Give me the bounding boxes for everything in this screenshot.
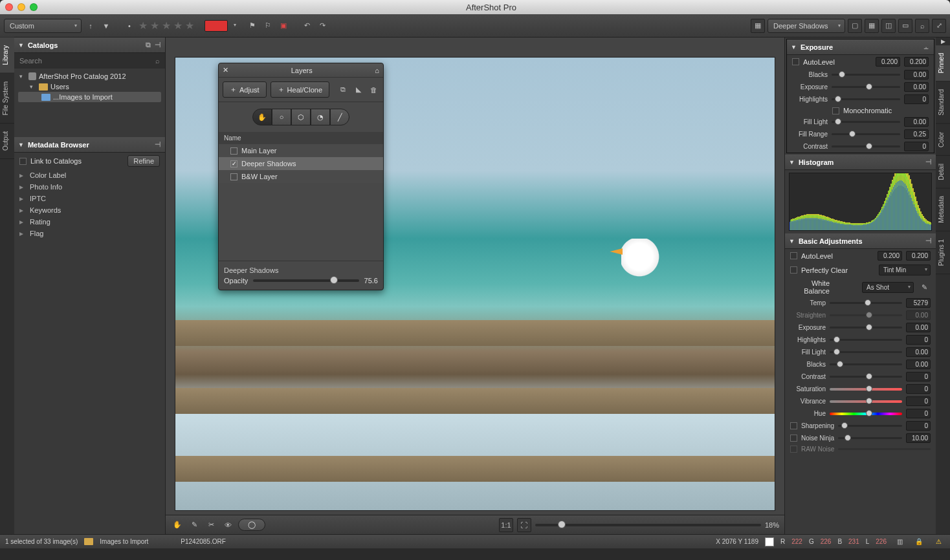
- adjust-button[interactable]: ＋Adjust: [223, 81, 267, 98]
- metadata-header[interactable]: ▼ Metadata Browser ⊣: [14, 137, 165, 153]
- star-1-icon[interactable]: ★: [138, 19, 148, 32]
- lock-icon[interactable]: 🔒: [912, 535, 925, 548]
- histogram-header[interactable]: ▼ Histogram ⊣: [785, 155, 936, 170]
- noise-value[interactable]: 10.00: [906, 433, 931, 443]
- close-window-button[interactable]: [5, 3, 13, 11]
- sharpening-value[interactable]: 0: [906, 421, 931, 431]
- metadata-item[interactable]: ▸Rating: [14, 216, 165, 228]
- slider-value[interactable]: 0.00: [906, 360, 931, 369]
- flag-icon[interactable]: ⚑: [246, 19, 259, 32]
- slider-value[interactable]: 0: [906, 335, 931, 345]
- slider-value[interactable]: 0.00: [906, 347, 931, 357]
- image-view-icon[interactable]: ▭: [898, 19, 912, 33]
- reject-icon[interactable]: ▣: [277, 19, 290, 32]
- up-arrow-icon[interactable]: ↑: [84, 19, 97, 32]
- tab-plugins[interactable]: Plugins 1: [936, 232, 950, 274]
- circle-tool-icon[interactable]: ○: [272, 109, 291, 125]
- pin-icon[interactable]: ⊣: [925, 158, 932, 166]
- slider-value[interactable]: 0.25: [904, 129, 929, 139]
- sharpening-slider[interactable]: [838, 425, 902, 427]
- flag-x-icon[interactable]: ⚐: [261, 19, 274, 32]
- layer-row[interactable]: B&W Layer: [219, 170, 383, 183]
- star-4-icon[interactable]: ★: [173, 19, 182, 32]
- slider-track[interactable]: [832, 133, 900, 135]
- raw-noise-slider[interactable]: [838, 448, 931, 450]
- one-to-one-icon[interactable]: 1:1: [499, 518, 513, 532]
- slider-track[interactable]: [832, 145, 900, 147]
- monitor-icon[interactable]: ▢: [848, 19, 862, 33]
- pin-icon[interactable]: ⊣: [155, 140, 161, 149]
- basic-autolevel-checkbox[interactable]: [790, 252, 797, 259]
- tab-pinned[interactable]: Pinned: [936, 45, 950, 81]
- catalog-users[interactable]: ▾ Users: [18, 81, 161, 92]
- crop-icon[interactable]: ✂: [204, 519, 217, 532]
- star-2-icon[interactable]: ★: [150, 19, 159, 32]
- catalogs-header[interactable]: ▼ Catalogs ⧉ ⊣: [14, 38, 165, 53]
- invert-icon[interactable]: ◣: [353, 83, 364, 96]
- copy-icon[interactable]: ⧉: [146, 41, 151, 49]
- tab-file-system[interactable]: File System: [0, 74, 14, 124]
- slider-track[interactable]: [830, 314, 902, 316]
- catalog-search[interactable]: Search ⌕: [14, 53, 165, 69]
- slider-track[interactable]: [830, 400, 902, 403]
- eyedropper-icon[interactable]: ✎: [918, 281, 931, 294]
- eyedropper-icon[interactable]: ✎: [188, 519, 201, 532]
- tab-color[interactable]: Color: [936, 124, 950, 156]
- basic-al-v2[interactable]: 0.200: [906, 251, 931, 261]
- split-view-icon[interactable]: ◫: [881, 19, 896, 33]
- rotate-ccw-icon[interactable]: ↶: [300, 19, 313, 32]
- metadata-item[interactable]: ▸Keywords: [14, 204, 165, 216]
- warning-icon[interactable]: ⚠: [932, 535, 945, 548]
- catalog-root[interactable]: ▾ AfterShot Pro Catalog 2012: [18, 71, 161, 81]
- zoom-slider[interactable]: [535, 524, 761, 526]
- layers-icon[interactable]: ▦: [751, 19, 765, 33]
- tab-metadata[interactable]: Metadata: [936, 188, 950, 232]
- slider-track[interactable]: [830, 413, 902, 415]
- curve-tool-icon[interactable]: ◔: [311, 109, 330, 125]
- brush-tool-icon[interactable]: ╱: [330, 109, 349, 125]
- home-icon[interactable]: ⌂: [375, 67, 379, 74]
- pin-icon[interactable]: ⊣: [925, 237, 932, 245]
- slider-value[interactable]: 0: [906, 409, 931, 418]
- exposure-header[interactable]: ▼ Exposure ⫠: [787, 39, 934, 55]
- slider-value[interactable]: 0.00: [906, 323, 931, 332]
- metadata-item[interactable]: ▸Flag: [14, 228, 165, 239]
- metadata-item[interactable]: ▸IPTC: [14, 193, 165, 204]
- noise-checkbox[interactable]: [790, 435, 797, 442]
- slider-track[interactable]: [830, 388, 902, 391]
- mono-checkbox[interactable]: [832, 107, 839, 114]
- slider-track[interactable]: [830, 351, 902, 353]
- slider-track[interactable]: [832, 121, 900, 123]
- slider-value[interactable]: 0: [906, 396, 931, 406]
- slider-track[interactable]: [832, 74, 900, 76]
- autolevel-v2[interactable]: 0.200: [904, 57, 929, 67]
- star-3-icon[interactable]: ★: [162, 19, 171, 32]
- slider-value[interactable]: 0: [906, 372, 931, 382]
- slider-track[interactable]: [830, 363, 902, 365]
- slider-value[interactable]: 0.00: [904, 70, 929, 80]
- tab-output[interactable]: Output: [0, 124, 14, 159]
- tab-standard[interactable]: Standard: [936, 81, 950, 124]
- slider-track[interactable]: [832, 86, 900, 88]
- layer-row[interactable]: ✓Deeper Shadows: [219, 157, 383, 170]
- slider-value[interactable]: 0: [906, 384, 931, 394]
- close-icon[interactable]: ✕: [223, 66, 228, 74]
- slider-track[interactable]: [830, 302, 902, 304]
- grid-view-icon[interactable]: ▦: [865, 19, 879, 33]
- basic-header[interactable]: ▼ Basic Adjustments ⊣: [785, 233, 936, 249]
- link-checkbox[interactable]: [19, 158, 27, 165]
- trash-icon[interactable]: 🗑: [368, 83, 379, 96]
- slider-track[interactable]: [830, 376, 902, 378]
- star-5-icon[interactable]: ★: [185, 19, 194, 32]
- layer-row[interactable]: Main Layer: [219, 144, 383, 157]
- slider-track[interactable]: [830, 327, 902, 328]
- perfectly-clear-checkbox[interactable]: [790, 266, 797, 274]
- polygon-tool-icon[interactable]: ⬡: [291, 109, 311, 125]
- raw-noise-checkbox[interactable]: [790, 446, 797, 453]
- opacity-slider[interactable]: [253, 279, 359, 282]
- fullscreen-icon[interactable]: ⤢: [932, 19, 946, 33]
- queue-icon[interactable]: ▥: [893, 535, 906, 548]
- slider-track[interactable]: [832, 98, 900, 100]
- loupe-icon[interactable]: ⌕: [915, 19, 929, 33]
- slider-value[interactable]: 0: [904, 142, 929, 151]
